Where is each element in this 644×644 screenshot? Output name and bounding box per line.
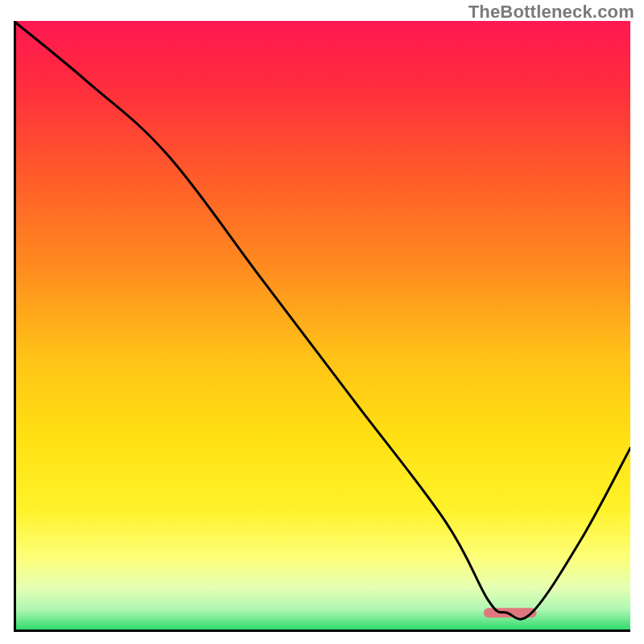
watermark-text: TheBottleneck.com (469, 2, 634, 23)
chart-canvas: TheBottleneck.com (0, 0, 644, 644)
y-axis (14, 21, 16, 631)
bottleneck-curve (14, 21, 630, 631)
plot-area (14, 21, 630, 631)
x-axis (14, 630, 630, 632)
